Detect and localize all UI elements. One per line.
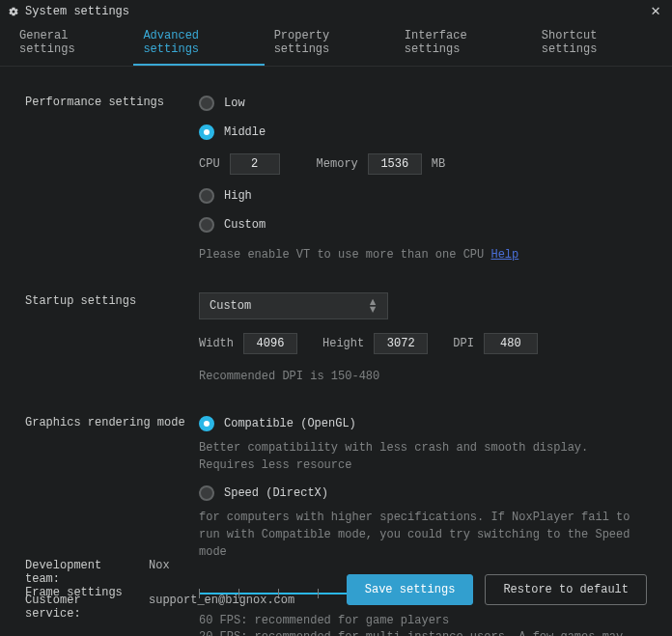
radio-middle-label: Middle: [224, 125, 266, 139]
radio-high[interactable]: [199, 188, 214, 204]
height-input[interactable]: [374, 333, 428, 354]
dpi-hint: Recommended DPI is 150-480: [199, 368, 647, 385]
memory-unit: MB: [432, 157, 445, 171]
tab-advanced[interactable]: Advanced settings: [133, 21, 264, 66]
radio-custom[interactable]: [199, 217, 214, 233]
performance-label: Performance settings: [25, 94, 199, 109]
compat-hint: Better compatibility with less crash and…: [199, 439, 647, 474]
startup-label: Startup settings: [25, 292, 199, 308]
tab-interface[interactable]: Interface settings: [395, 21, 532, 66]
tab-property[interactable]: Property settings: [265, 21, 395, 66]
radio-compat-label: Compatible (OpenGL): [224, 417, 356, 430]
tab-shortcut[interactable]: Shortcut settings: [532, 21, 662, 66]
memory-input[interactable]: [368, 153, 422, 175]
dev-team-label: Development team:: [25, 559, 141, 586]
customer-service-value: support_en@bignox.com: [149, 594, 294, 621]
radio-speed[interactable]: [199, 485, 214, 501]
radio-low-label: Low: [224, 97, 245, 110]
customer-service-label: Customer service:: [25, 594, 141, 621]
save-button[interactable]: Save settings: [347, 574, 474, 605]
width-label: Width: [199, 337, 234, 350]
radio-custom-label: Custom: [224, 218, 266, 232]
radio-compat[interactable]: [199, 416, 214, 431]
cpu-label: CPU: [199, 157, 220, 171]
cpu-input[interactable]: [230, 153, 280, 175]
gear-icon: [8, 6, 19, 17]
close-icon[interactable]: ✕: [647, 2, 664, 21]
vt-hint: Please enable VT to use more than one CP…: [199, 248, 484, 262]
radio-low[interactable]: [199, 96, 214, 111]
help-link[interactable]: Help: [490, 248, 518, 262]
memory-label: Memory: [317, 157, 358, 171]
restore-button[interactable]: Restore to default: [485, 574, 647, 605]
height-label: Height: [322, 337, 364, 350]
dpi-input[interactable]: [484, 333, 538, 354]
radio-speed-label: Speed (DirectX): [224, 486, 328, 500]
startup-select[interactable]: Custom ▴▾: [199, 292, 388, 319]
graphics-label: Graphics rendering mode: [25, 414, 199, 429]
tab-general[interactable]: General settings: [10, 21, 133, 66]
width-input[interactable]: [243, 333, 297, 354]
radio-middle[interactable]: [199, 124, 214, 140]
dpi-label: DPI: [453, 337, 474, 350]
window-title: System settings: [25, 5, 129, 18]
startup-select-value: Custom: [210, 299, 251, 313]
dev-team-value: Nox: [149, 559, 170, 586]
chevron-updown-icon: ▴▾: [368, 298, 378, 314]
radio-high-label: High: [224, 189, 252, 203]
